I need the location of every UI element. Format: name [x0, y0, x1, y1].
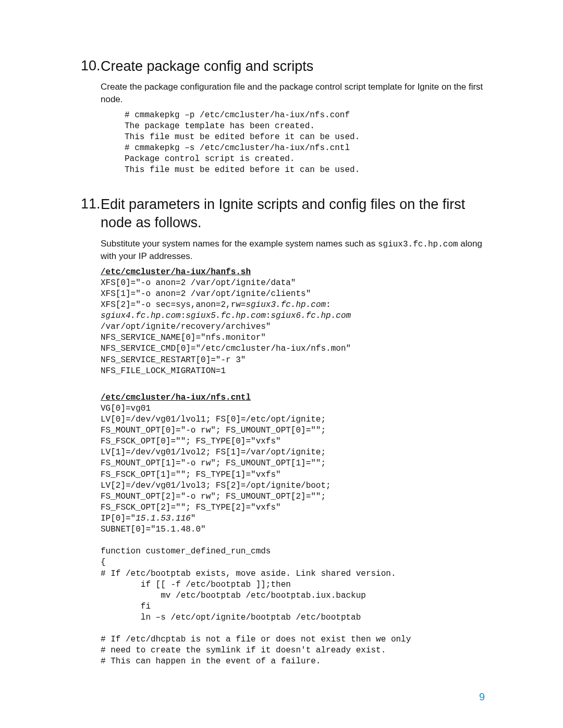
page-number: 9	[479, 691, 485, 703]
section-paragraph: Create the package configuration file an…	[101, 81, 485, 106]
file-path-heading: /etc/cmcluster/ha-iux/hanfs.sh	[101, 267, 251, 277]
config-file-1: /etc/cmcluster/ha-iux/hanfs.sh XFS[0]="-…	[101, 267, 485, 377]
code-line: {	[101, 558, 106, 567]
code-line: FS_FSCK_OPT[2]=""; FS_TYPE[2]="vxfs"	[101, 503, 281, 512]
code-italic: sgiux4.fc.hp.com	[101, 311, 181, 320]
code-line: VG[0]=vg01	[101, 404, 151, 413]
page: 10. Create package config and scripts Cr…	[0, 0, 563, 728]
code-line: FS_MOUNT_OPT[1]="-o rw"; FS_UMOUNT_OPT[1…	[101, 459, 326, 468]
code-line: LV[0]=/dev/vg01/lvol1; FS[0]=/etc/opt/ig…	[101, 415, 326, 424]
code-line: ln –s /etc/opt/ignite/bootptab /etc/boot…	[101, 613, 361, 622]
code-line: :	[181, 311, 186, 320]
code-line: /var/opt/ignite/recovery/archives"	[101, 322, 271, 331]
config-file-2: /etc/cmcluster/ha-iux/nfs.cntl VG[0]=vg0…	[101, 392, 485, 668]
code-line: # This can happen in the event of a fail…	[101, 657, 321, 666]
code-line: FS_FSCK_OPT[0]=""; FS_TYPE[0]="vxfs"	[101, 437, 281, 446]
para-text: Substitute your system names for the exa…	[101, 239, 378, 249]
code-line: "	[191, 514, 196, 523]
code-line: if [[ -f /etc/bootptab ]];then	[101, 580, 291, 589]
code-line: NFS_FILE_LOCK_MIGRATION=1	[101, 366, 226, 376]
code-line: FS_MOUNT_OPT[2]="-o rw"; FS_UMOUNT_OPT[2…	[101, 492, 326, 501]
code-line: fi	[101, 602, 151, 611]
section-heading: Edit parameters in Ignite scripts and co…	[101, 195, 485, 232]
code-line: XFS[2]="-o sec=sys,anon=2,rw=	[101, 300, 246, 310]
section-number: 10.	[81, 57, 101, 186]
section-content: Edit parameters in Ignite scripts and co…	[101, 195, 485, 677]
code-italic: sgiux5.fc.hp.com	[186, 311, 266, 320]
code-line: XFS[0]="-o anon=2 /var/opt/ignite/data"	[101, 278, 296, 288]
section-10: 10. Create package config and scripts Cr…	[81, 57, 485, 186]
code-line: XFS[1]="-o anon=2 /var/opt/ignite/client…	[101, 289, 311, 299]
code-line: SUBNET[0]="15.1.48.0"	[101, 525, 206, 534]
code-line: FS_FSCK_OPT[1]=""; FS_TYPE[1]="vxfs"	[101, 470, 281, 479]
code-line: # need to create the symlink if it doesn…	[101, 646, 386, 655]
code-line: # If /etc/dhcptab is not a file or does …	[101, 635, 411, 644]
section-number: 11.	[81, 195, 101, 677]
code-line: NFS_SERVICE_RESTART[0]="-r 3"	[101, 355, 246, 365]
code-line: LV[2]=/dev/vg01/lvol3; FS[2]=/opt/ignite…	[101, 481, 331, 490]
section-heading: Create package config and scripts	[101, 57, 485, 76]
code-italic: 15.1.53.116	[136, 514, 191, 523]
code-block: # cmmakepkg –p /etc/cmcluster/ha-iux/nfs…	[125, 110, 485, 176]
code-line: LV[1]=/dev/vg01/lvol2; FS[1]=/var/opt/ig…	[101, 448, 326, 457]
inline-code: sgiux3.fc.hp.com	[378, 240, 458, 249]
code-line: NFS_SERVICE_CMD[0]="/etc/cmcluster/ha-iu…	[101, 344, 351, 353]
code-line: FS_MOUNT_OPT[0]="-o rw"; FS_UMOUNT_OPT[0…	[101, 426, 326, 435]
section-11: 11. Edit parameters in Ignite scripts an…	[81, 195, 485, 677]
code-line: :	[326, 300, 331, 310]
file-path-heading: /etc/cmcluster/ha-iux/nfs.cntl	[101, 393, 251, 402]
code-italic: sgiux6.fc.hp.com	[271, 311, 351, 320]
code-line: IP[0]="	[101, 514, 136, 523]
section-paragraph: Substitute your system names for the exa…	[101, 238, 485, 263]
code-italic: sgiux3.fc.hp.com	[246, 300, 326, 310]
code-line: mv /etc/bootptab /etc/bootptab.iux.backu…	[101, 591, 366, 600]
code-line: function customer_defined_run_cmds	[101, 547, 271, 556]
section-content: Create package config and scripts Create…	[101, 57, 485, 186]
code-line: # If /etc/bootptab exists, move aside. L…	[101, 569, 396, 578]
code-line: NFS_SERVICE_NAME[0]="nfs.monitor"	[101, 333, 266, 342]
